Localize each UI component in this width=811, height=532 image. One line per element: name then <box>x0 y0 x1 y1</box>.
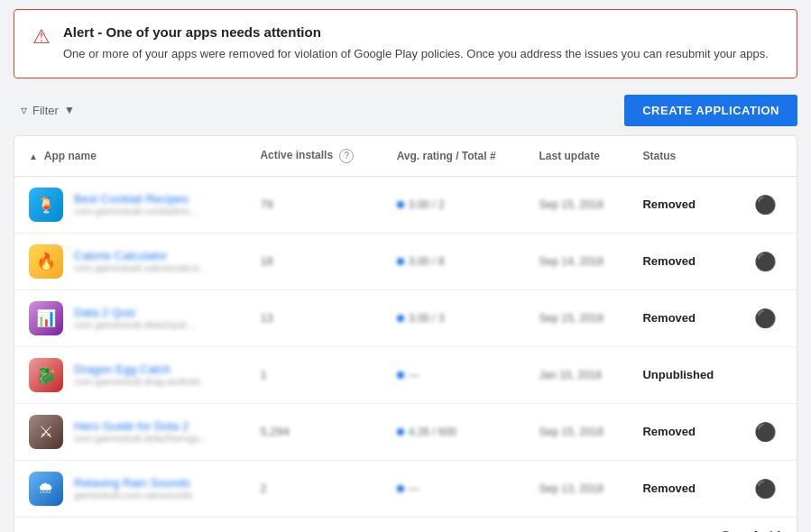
last-update-value: Sep 13, 2018 <box>539 482 604 495</box>
app-name-sub: com.gamestudi.drag.android <box>74 376 199 387</box>
last-update-value: Sep 14, 2018 <box>539 255 604 268</box>
status-cell: Removed <box>628 460 739 517</box>
rating-content: — <box>397 369 511 381</box>
app-icon: 🌧 <box>29 472 63 506</box>
app-name-cell: 🌧 Relaxing Rain Sounds gamestudi.com.rai… <box>14 460 245 517</box>
table-header-row: ▲ App name Active installs ? Avg. rating… <box>14 136 797 177</box>
app-name-sub: com.gamestudi.dota2herogu... <box>74 433 208 444</box>
app-name-main[interactable]: Hero Guide for Dota 2 <box>74 419 208 433</box>
main-container: ⚠ Alert - One of your apps needs attenti… <box>14 9 797 532</box>
rating-text: 3.00 / 3 <box>409 312 445 325</box>
alert-content: Alert - One of your apps needs attention… <box>63 24 769 63</box>
rating-content: — <box>397 482 511 495</box>
app-info: Relaxing Rain Sounds gamestudi.com.rains… <box>74 476 192 500</box>
col-active-installs-label: Active installs <box>260 149 333 161</box>
col-avg-rating-label: Avg. rating / Total # <box>397 150 496 162</box>
remove-icon[interactable]: ⚫ <box>754 307 782 329</box>
help-icon[interactable]: ? <box>339 149 354 163</box>
app-name-cell: 🍹 Best Cocktail Recipes com.gamestudi.co… <box>14 176 245 233</box>
app-cell: 🐉 Dragon Egg Catch com.gamestudi.drag.an… <box>29 358 231 392</box>
col-avg-rating: Avg. rating / Total # <box>382 136 525 177</box>
action-cell: ⚫ <box>740 176 797 233</box>
rating-text: — <box>409 482 419 495</box>
table-row: 🐉 Dragon Egg Catch com.gamestudi.drag.an… <box>14 346 797 403</box>
last-update-cell: Sep 15, 2018 <box>525 176 629 233</box>
status-badge: Removed <box>642 254 696 268</box>
col-status-label: Status <box>642 150 676 162</box>
app-cell: 📊 Data 2 Quiz com.gamestudi.data2quiz... <box>29 301 231 335</box>
status-cell: Removed <box>628 176 739 233</box>
action-cell: ⚫ <box>740 460 797 517</box>
rating-text: 3.00 / 8 <box>409 255 445 268</box>
app-icon: 🔥 <box>29 244 63 279</box>
app-name-cell: 📊 Data 2 Quiz com.gamestudi.data2quiz... <box>14 289 245 346</box>
status-badge: Removed <box>642 482 696 495</box>
table-row: 🔥 Calorie Calculator com.gamestudi.calor… <box>14 233 797 289</box>
status-badge: Unpublished <box>642 368 714 381</box>
rating-dot <box>397 371 404 379</box>
rating-cell: 3.00 / 2 <box>382 176 525 233</box>
table-body: 🍹 Best Cocktail Recipes com.gamestudi.co… <box>14 176 797 517</box>
app-name-sub: gamestudi.com.rainsounds <box>74 490 192 500</box>
app-info: Hero Guide for Dota 2 com.gamestudi.dota… <box>74 419 208 444</box>
col-action <box>740 136 797 177</box>
installs-value: 18 <box>260 254 272 268</box>
apps-table-wrapper: ▲ App name Active installs ? Avg. rating… <box>14 135 797 533</box>
rating-cell: 3.00 / 8 <box>382 233 525 289</box>
filter-icon: ▿ <box>21 103 27 117</box>
app-cell: ⚔ Hero Guide for Dota 2 com.gamestudi.do… <box>29 415 231 449</box>
last-update-cell: Jan 10, 2018 <box>525 346 629 403</box>
filter-button[interactable]: ▿ Filter ▼ <box>14 97 82 123</box>
col-last-update[interactable]: Last update <box>525 136 629 177</box>
total-pages: 1 <box>776 528 782 533</box>
remove-icon[interactable]: ⚫ <box>754 194 782 216</box>
status-cell: Removed <box>628 403 739 460</box>
rating-cell: 4.26 / 600 <box>382 403 525 460</box>
installs-cell: 1 <box>245 346 382 403</box>
app-name-main[interactable]: Calorie Calculator <box>74 249 207 262</box>
installs-cell: 18 <box>245 233 382 289</box>
app-name-main[interactable]: Relaxing Rain Sounds <box>74 476 192 490</box>
pagination: Page 1 of 1 <box>14 517 797 533</box>
filter-label: Filter <box>32 104 59 117</box>
rating-content: 3.00 / 8 <box>397 255 511 268</box>
alert-description: One or more of your apps were removed fo… <box>63 45 769 63</box>
app-name-main[interactable]: Data 2 Quiz <box>74 306 196 319</box>
app-cell: 🌧 Relaxing Rain Sounds gamestudi.com.rai… <box>29 472 231 506</box>
action-cell: ⚫ <box>740 233 797 289</box>
col-app-name[interactable]: ▲ App name <box>14 136 245 177</box>
remove-icon[interactable]: ⚫ <box>754 421 782 443</box>
app-name-main[interactable]: Best Cocktail Recipes <box>74 192 199 206</box>
app-name-main[interactable]: Dragon Egg Catch <box>74 362 199 376</box>
rating-cell: 3.00 / 3 <box>382 289 525 346</box>
rating-cell: — <box>382 460 525 517</box>
toolbar: ▿ Filter ▼ CREATE APPLICATION <box>14 95 797 126</box>
app-cell: 🔥 Calorie Calculator com.gamestudi.calor… <box>29 244 231 279</box>
rating-content: 3.00 / 2 <box>397 198 511 211</box>
action-cell: ⚫ <box>740 403 797 460</box>
app-name-sub: com.gamestudi.data2quiz... <box>74 319 196 330</box>
table-row: 📊 Data 2 Quiz com.gamestudi.data2quiz...… <box>14 289 797 346</box>
app-icon: ⚔ <box>29 415 63 449</box>
col-app-name-label: App name <box>44 150 97 162</box>
installs-value: 5,294 <box>260 425 290 438</box>
app-name-cell: ⚔ Hero Guide for Dota 2 com.gamestudi.do… <box>14 403 245 460</box>
remove-icon[interactable]: ⚫ <box>754 251 782 272</box>
create-application-button[interactable]: CREATE APPLICATION <box>624 95 797 126</box>
current-page: 1 <box>752 528 759 533</box>
app-info: Best Cocktail Recipes com.gamestudi.cock… <box>74 192 199 216</box>
app-icon: 🍹 <box>29 188 63 222</box>
rating-text: 4.26 / 600 <box>409 426 456 438</box>
table-row: 🌧 Relaxing Rain Sounds gamestudi.com.rai… <box>14 460 797 517</box>
remove-icon[interactable]: ⚫ <box>754 478 782 500</box>
app-name-cell: 🐉 Dragon Egg Catch com.gamestudi.drag.an… <box>14 346 245 403</box>
col-active-installs[interactable]: Active installs ? <box>245 136 382 177</box>
rating-dot <box>397 315 404 322</box>
rating-cell: — <box>382 346 525 403</box>
chevron-down-icon: ▼ <box>64 104 75 116</box>
last-update-value: Jan 10, 2018 <box>539 369 602 381</box>
last-update-cell: Sep 14, 2018 <box>525 233 629 289</box>
app-icon: 📊 <box>29 301 63 335</box>
apps-table: ▲ App name Active installs ? Avg. rating… <box>14 136 797 517</box>
rating-dot <box>397 485 404 492</box>
